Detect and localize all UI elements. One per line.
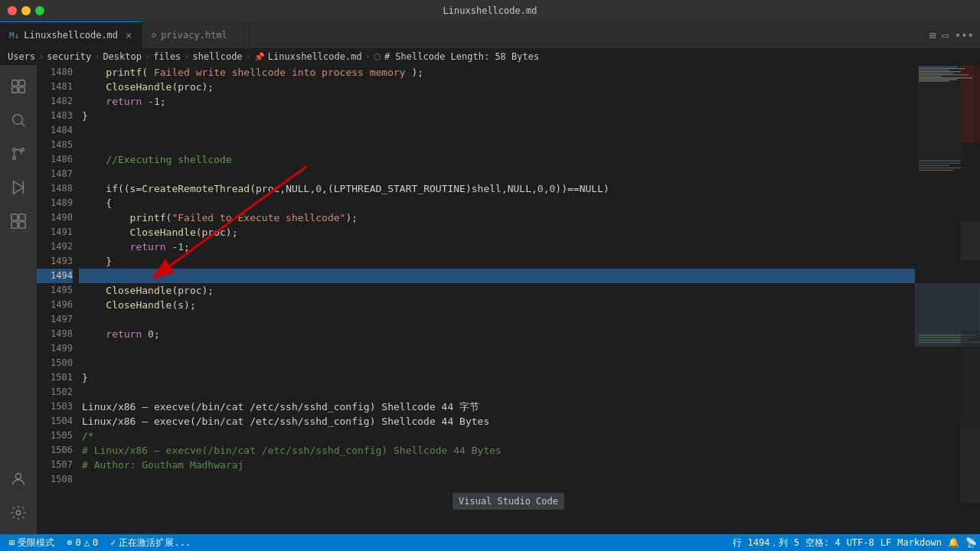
status-encoding[interactable]: UTF-8 [844,534,877,551]
line-num-1507: 1507 [37,458,73,472]
svg-point-16 [15,474,21,479]
window-title: Linuxshellcode.md [443,5,537,16]
status-language[interactable]: Markdown [894,534,945,551]
line-num-1495: 1495 [37,283,73,298]
tab-linuxshellcode[interactable]: M↓ Linuxshellcode.md × [0,21,142,48]
line-num-1496: 1496 [37,298,73,312]
line-num-1501: 1501 [37,370,73,385]
line-num-1503: 1503 [37,399,73,414]
breadcrumb-file[interactable]: Linuxshellcode.md [268,51,362,62]
status-bar: ⊞ 受限模式 ⊗ 0 △ 0 ✓ 正在激活扩展... 行 1494，列 5 空格… [0,534,980,551]
tooltip: Visual Studio Code [452,493,564,510]
status-position[interactable]: 行 1494，列 5 [730,534,802,551]
activity-run[interactable] [3,172,34,203]
main-layout: 1480 1481 1482 1483 1484 1485 1486 1487 … [0,65,980,534]
svg-rect-0 [12,80,18,86]
status-right: 行 1494，列 5 空格: 4 UTF-8 LF Markdown 🔔 📡 [730,534,980,551]
svg-rect-15 [19,222,25,228]
code-line-1484 [79,123,915,138]
tab-privacy[interactable]: ◇ privacy.html [142,21,250,48]
svg-rect-26 [919,73,953,73]
status-remote[interactable]: ⊞ 受限模式 [6,534,57,551]
code-line-1487 [79,167,915,181]
status-line-ending[interactable]: LF [877,534,894,551]
line-num-1494: 1494 [37,269,73,283]
code-lines[interactable]: printf( Failed write shellcode into proc… [79,65,915,534]
svg-rect-31 [919,80,949,81]
breadcrumb-users[interactable]: Users [8,51,35,62]
minimap[interactable] [915,65,980,534]
line-numbers: 1480 1481 1482 1483 1484 1485 1486 1487 … [37,65,79,534]
svg-point-4 [13,115,23,125]
svg-marker-10 [14,181,24,194]
code-line-1482: return -1; [79,94,915,109]
line-num-1506: 1506 [37,443,73,458]
activity-explorer[interactable] [3,71,34,102]
bell-icon: 🔔 [948,537,959,548]
activity-account[interactable] [3,464,34,494]
line-num-1487: 1487 [37,167,73,181]
breadcrumb-section[interactable]: # Shellcode Length: 58 Bytes [384,51,539,62]
activity-extensions[interactable] [3,206,34,236]
line-num-1505: 1505 [37,429,73,443]
status-spaces[interactable]: 空格: 4 [802,534,844,551]
line-num-1508: 1508 [37,472,73,487]
maximize-button[interactable] [35,6,44,15]
breadcrumb-files[interactable]: files [153,51,181,62]
activity-source-control[interactable] [3,139,34,169]
status-notifications[interactable]: 🔔 [945,534,962,551]
more-actions-icon[interactable]: ••• [955,29,974,41]
title-bar: Linuxshellcode.md [0,0,980,21]
toggle-panel-icon[interactable]: ▭ [942,29,948,41]
breadcrumb-security[interactable]: security [47,51,91,62]
code-line-1481: CloseHandle(proc); [79,80,915,94]
breadcrumb-desktop[interactable]: Desktop [103,51,142,62]
status-warning-count: 0 [93,537,98,548]
line-num-1502: 1502 [37,385,73,399]
code-line-1499 [79,341,915,356]
line-num-1484: 1484 [37,123,73,138]
status-info[interactable]: ✓ 正在激活扩展... [107,534,194,551]
code-line-1483: } [79,109,915,123]
svg-rect-3 [19,87,24,93]
code-line-1496: CloseHandle(s); [79,298,915,312]
svg-rect-34 [919,163,965,164]
svg-rect-45 [961,143,980,221]
line-num-1488: 1488 [37,181,73,196]
breadcrumb: Users › security › Desktop › files › she… [0,48,980,65]
close-button[interactable] [8,6,17,15]
minimize-button[interactable] [21,6,31,15]
code-line-1503: Linux/x86 – execve(/bin/cat /etc/ssh/ssh… [79,399,915,414]
activity-settings[interactable] [3,497,34,528]
line-num-1480: 1480 [37,65,73,80]
line-num-1491: 1491 [37,225,73,240]
pin-icon: 📌 [254,52,265,62]
status-broadcast[interactable]: 📡 [962,534,980,551]
code-line-1501: } [79,370,915,385]
status-errors[interactable]: ⊗ 0 △ 0 [64,534,101,551]
svg-rect-28 [919,76,942,77]
svg-rect-25 [919,71,961,72]
code-line-1494 [79,269,915,283]
activity-search[interactable] [3,105,34,135]
code-line-1508 [79,472,915,487]
svg-rect-2 [12,87,18,93]
split-editor-icon[interactable]: ⊞ [929,29,936,41]
line-num-1504: 1504 [37,414,73,429]
breadcrumb-shellcode[interactable]: shellcode [193,51,243,62]
code-editor[interactable]: 1480 1481 1482 1483 1484 1485 1486 1487 … [37,65,980,534]
svg-point-6 [13,148,16,152]
hash-icon: ⬡ [374,52,381,62]
code-line-1495: CloseHandle(proc); [79,283,915,298]
tab-close-linuxshellcode[interactable]: × [126,29,132,41]
tab-label-linuxshellcode: Linuxshellcode.md [24,30,118,41]
code-line-1491: CloseHandle(proc); [79,225,915,240]
code-line-1492: return -1; [79,240,915,254]
editor-area: 1480 1481 1482 1483 1484 1485 1486 1487 … [37,65,980,534]
activity-bar-bottom [3,464,34,528]
line-num-1486: 1486 [37,152,73,167]
status-position-text: 行 1494，列 5 [733,536,799,549]
line-num-1492: 1492 [37,240,73,254]
svg-rect-22 [919,67,957,67]
remote-icon: ⊞ [9,537,15,548]
